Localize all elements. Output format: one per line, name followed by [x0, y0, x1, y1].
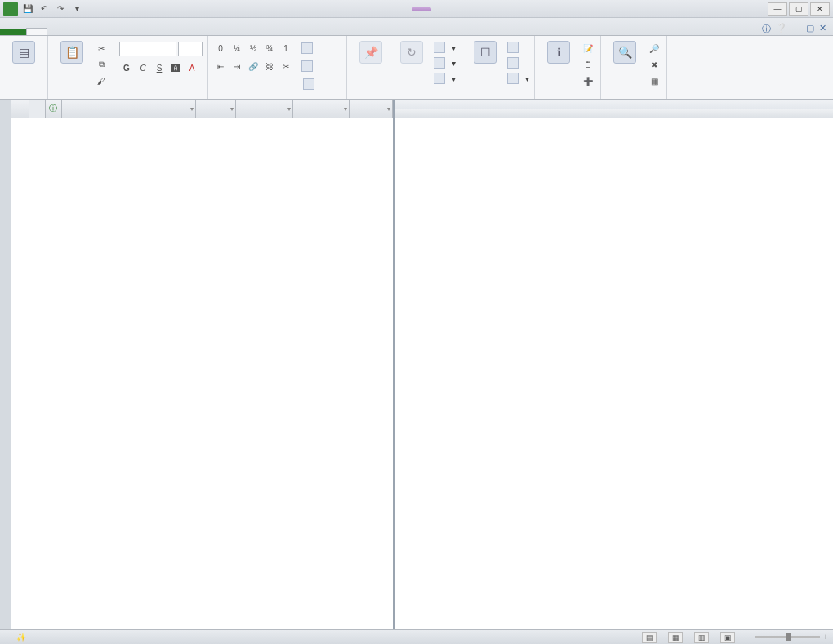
move-button[interactable]: ▾ [434, 56, 456, 70]
summary-button[interactable] [507, 40, 529, 55]
format-painter-icon[interactable]: 🖌 [94, 73, 109, 88]
maximize-button[interactable]: ▢ [789, 2, 808, 16]
info-button[interactable]: ℹ [540, 38, 577, 65]
ribbon-tabs: ⓘ ❔ — ▢ ✕ [0, 18, 833, 36]
goto-task-button[interactable]: 🔍 [606, 38, 644, 65]
file-tab[interactable] [0, 29, 26, 35]
zoom-control[interactable]: − + [746, 633, 828, 642]
close-button[interactable]: ✕ [810, 2, 830, 16]
status-newtask: ✨ [16, 633, 26, 642]
gantt-chart[interactable] [395, 100, 833, 629]
fontcolor-button[interactable]: A [185, 60, 199, 75]
group-programmazione [213, 98, 341, 99]
ribbon: ▤ 📋 ✂ ⧉ 🖌 G C [0, 36, 833, 100]
paste-icon: 📋 [60, 41, 83, 64]
paste-button[interactable]: 📋 [53, 38, 91, 65]
undo-icon[interactable]: ↶ [38, 2, 51, 16]
qat-dropdown-icon[interactable]: ▾ [70, 2, 83, 16]
tab-addins[interactable] [106, 29, 126, 35]
tab-progetto[interactable] [67, 29, 87, 35]
pct25-button[interactable]: ¼ [229, 41, 244, 56]
bold-button[interactable]: G [119, 60, 134, 75]
indent-button[interactable]: ⇥ [229, 59, 244, 73]
underline-button[interactable]: S [152, 60, 167, 75]
titlebar: 💾 ↶ ↷ ▾ — ▢ ✕ [0, 0, 833, 18]
help-icon[interactable]: ❔ [776, 23, 787, 35]
view-team-button[interactable]: ▥ [694, 632, 709, 643]
italic-button[interactable]: C [136, 60, 150, 75]
doc-max-icon[interactable]: ▢ [806, 23, 814, 35]
mode-button[interactable]: ▾ [434, 71, 456, 86]
doc-close-icon[interactable]: ✕ [819, 23, 826, 35]
outdent-button[interactable]: ⇤ [213, 59, 228, 73]
notes-icon[interactable]: 📝 [581, 41, 595, 56]
th-rownum[interactable] [11, 100, 29, 118]
disable-icon [303, 78, 314, 90]
pct0-button[interactable]: 0 [213, 41, 228, 56]
zoom-out-icon[interactable]: − [746, 633, 751, 642]
split-button[interactable]: ✂ [278, 59, 293, 73]
doc-min-icon[interactable]: — [792, 23, 801, 35]
link-button[interactable]: 🔗 [246, 59, 261, 73]
copy-icon[interactable]: ⧉ [94, 57, 109, 72]
th-info[interactable]: ⓘ [46, 100, 62, 118]
bgcolor-button[interactable]: 🅰 [168, 60, 183, 75]
respect-links[interactable] [301, 59, 316, 73]
th-predecessors[interactable]: ▾ [350, 100, 393, 118]
main-area: ⓘ ▾ ▾ ▾ ▾ ▾ [0, 100, 833, 629]
details-icon[interactable]: 🗒 [581, 57, 595, 72]
font-size-select[interactable] [178, 42, 203, 56]
th-taskname[interactable]: ▾ [62, 100, 196, 118]
zoom-in-icon[interactable]: + [823, 633, 828, 642]
minimize-button[interactable]: — [768, 2, 787, 16]
milestone-button[interactable] [507, 56, 529, 70]
disable-button[interactable] [303, 77, 318, 91]
tab-attivita[interactable] [26, 28, 47, 35]
timeline-add-icon[interactable]: ➕ [581, 73, 595, 88]
pct100-button[interactable]: 1 [278, 41, 293, 56]
deliverable-button[interactable]: ▾ [507, 71, 529, 86]
table-body[interactable] [11, 118, 393, 629]
view-usage-button[interactable]: ▦ [668, 632, 683, 643]
pct75-button[interactable]: ¾ [262, 41, 277, 56]
view-resource-button[interactable]: ▣ [720, 632, 735, 643]
inspect-button[interactable]: ▾ [434, 40, 456, 55]
insert-task-button[interactable]: ☐ [466, 38, 504, 65]
gantt-body[interactable] [395, 118, 833, 629]
gantt-view-button[interactable]: ▤ [5, 38, 42, 65]
group-carattere [119, 98, 203, 99]
move-icon [434, 57, 445, 69]
chevron-down-icon[interactable]: ▾ [190, 105, 194, 113]
group-inserisci [466, 98, 529, 99]
inspect-icon [434, 42, 445, 53]
auto-schedule-button[interactable]: ↻ [393, 38, 430, 65]
mark-punctual[interactable] [301, 41, 316, 56]
group-proprieta [540, 98, 595, 99]
fill-icon[interactable]: ▦ [647, 73, 662, 88]
tab-risorsa[interactable] [47, 29, 67, 35]
tab-visualizza[interactable] [87, 29, 106, 35]
deliverable-icon [507, 73, 519, 84]
view-gantt-button[interactable]: ▤ [642, 632, 657, 643]
font-name-select[interactable] [119, 42, 176, 56]
zoom-slider[interactable] [755, 636, 820, 638]
th-finish[interactable]: ▾ [293, 100, 350, 118]
cut-icon[interactable]: ✂ [94, 41, 109, 56]
contextual-tab-label [412, 7, 431, 11]
group-modifica [606, 98, 662, 99]
th-start[interactable]: ▾ [236, 100, 293, 118]
pct50-button[interactable]: ½ [246, 41, 261, 56]
th-duration[interactable]: ▾ [196, 100, 237, 118]
clear-icon[interactable]: ✖ [647, 57, 662, 72]
find-icon[interactable]: 🔎 [647, 41, 662, 56]
unlink-button[interactable]: ⛓ [262, 59, 277, 73]
tab-formato[interactable] [126, 29, 145, 35]
timescale [395, 100, 833, 118]
help-up-icon[interactable]: ⓘ [762, 23, 771, 35]
redo-icon[interactable]: ↷ [54, 2, 67, 16]
manual-schedule-button[interactable]: 📌 [352, 38, 390, 65]
view-sidebar[interactable] [0, 100, 11, 629]
save-icon[interactable]: 💾 [21, 2, 34, 16]
group-visualizza [5, 98, 42, 99]
th-indicator[interactable] [29, 100, 46, 118]
